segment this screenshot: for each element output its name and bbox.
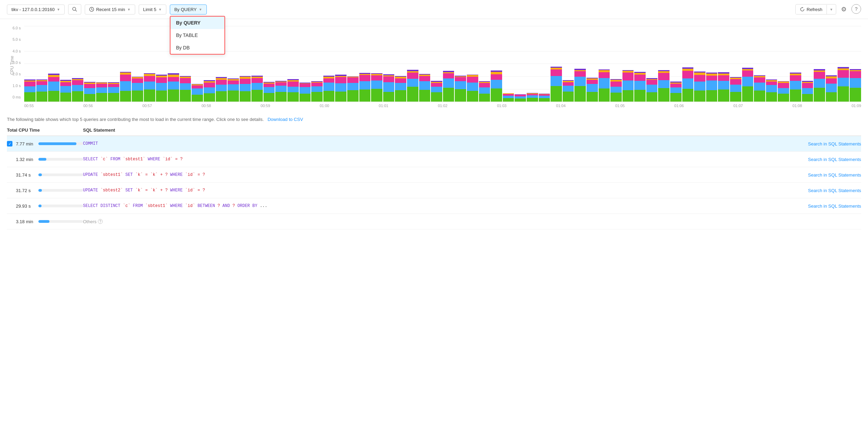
query-type-select[interactable]: By QUERY ▼ (170, 4, 207, 15)
y-tick-6: 6.0 s (12, 26, 21, 30)
bar-segment (287, 87, 299, 93)
search-link-0[interactable]: Search in SQL Statements (792, 141, 861, 146)
bar-stack (682, 67, 694, 102)
bar-stack (658, 70, 670, 102)
bar-group (48, 26, 59, 102)
sql-kw-select-1: SELECT (83, 157, 98, 162)
dropdown-item-by-query[interactable]: By QUERY (170, 17, 224, 29)
table-row[interactable]: ✓ 7.77 min COMMIT Search in SQL Statemen… (7, 136, 861, 152)
time-caret-icon: ▼ (127, 8, 131, 11)
bar-segment (264, 87, 275, 93)
bar-segment (778, 88, 789, 94)
bar-segment (599, 78, 610, 88)
server-label: tikv - 127.0.0.1:20160 (11, 7, 55, 12)
others-label: Others (83, 219, 96, 224)
download-csv-link[interactable]: Download to CSV (268, 117, 303, 122)
toolbar: tikv - 127.0.0.1:20160 ▼ Recent 15 min ▼… (0, 0, 868, 19)
settings-button[interactable]: ⚙ (840, 4, 848, 15)
bar-stack (718, 72, 729, 102)
bar-group (790, 26, 801, 102)
others-info-icon[interactable]: ? (98, 219, 103, 224)
bar-segment (299, 87, 311, 94)
table-row[interactable]: 29.93 s SELECT DISTINCT `c` FROM `sbtest… (7, 198, 861, 214)
table-row[interactable]: 1.32 min SELECT `c` FROM `sbtest1` WHERE… (7, 152, 861, 167)
bar-segment (299, 84, 311, 87)
y-axis-label: CPU Time (10, 56, 15, 75)
time-range-select[interactable]: Recent 15 min ▼ (85, 4, 135, 15)
table-row[interactable]: 31.72 s UPDATE `sbtest2` SET `k` = `k` +… (7, 183, 861, 198)
bar-segment (790, 89, 801, 102)
refresh-caret-button[interactable]: ▼ (827, 6, 836, 13)
sql-kw-from-1: FROM (110, 157, 120, 162)
server-select[interactable]: tikv - 127.0.0.1:20160 ▼ (7, 4, 65, 15)
col-sql: SQL Statement (83, 127, 792, 133)
bar-segment (539, 98, 550, 102)
bar-segment (60, 86, 72, 93)
bar-segment (156, 77, 167, 83)
search-link-4[interactable]: Search in SQL Statements (792, 203, 861, 209)
bar-segment (311, 83, 323, 86)
bar-group (814, 26, 825, 102)
table-row[interactable]: 31.74 s UPDATE `sbtest1` SET `k` = `k` +… (7, 167, 861, 183)
bar-segment (347, 83, 359, 90)
sql-col-4: `c` (123, 203, 133, 208)
chart-container: CPU Time 6.0 s 5.0 s 4.0 s 3.0 s 2.0 s 1… (0, 19, 868, 111)
bar-segment (96, 93, 108, 102)
bar-segment (610, 87, 622, 93)
col-cpu-time: Total CPU Time (7, 127, 83, 133)
bar-stack (754, 75, 765, 102)
bar-segment (826, 84, 837, 92)
sql-cell-0: COMMIT (83, 141, 792, 146)
bar-stack (132, 77, 143, 102)
bar-segment (120, 81, 131, 91)
search-link-2[interactable]: Search in SQL Statements (792, 172, 861, 178)
help-button[interactable]: ? (851, 4, 861, 14)
bar-segment (431, 92, 442, 102)
progress-bar-fill-3 (38, 189, 42, 192)
bar-segment (275, 92, 287, 102)
bar-stack (240, 76, 251, 102)
bar-group (407, 26, 418, 102)
bar-segment (646, 92, 658, 102)
bar-stack (419, 74, 431, 102)
bar-group (72, 26, 83, 102)
dropdown-item-by-db[interactable]: By DB (170, 41, 224, 54)
dropdown-item-by-table[interactable]: By TABLE (170, 29, 224, 41)
bar-stack (778, 81, 789, 102)
bar-segment (838, 78, 849, 87)
bar-segment (790, 75, 801, 81)
bar-segment (610, 93, 622, 102)
bar-segment (754, 91, 765, 102)
bar-group (587, 26, 598, 102)
help-icon: ? (855, 6, 858, 12)
bar-segment (802, 88, 813, 94)
chart-area: 00:55 00:56 00:57 00:58 00:59 01:00 01:0… (24, 26, 861, 108)
bar-segment (60, 82, 72, 86)
bar-group (670, 26, 682, 102)
search-link-3[interactable]: Search in SQL Statements (792, 188, 861, 193)
cpu-time-2: 31.74 s (16, 172, 35, 178)
bar-group (24, 26, 36, 102)
bar-segment (742, 70, 754, 77)
bar-stack (539, 94, 550, 102)
checkbox-0[interactable]: ✓ (7, 141, 12, 146)
limit-select[interactable]: Limit 5 ▼ (139, 4, 166, 15)
bar-segment (634, 75, 646, 81)
search-link-1[interactable]: Search in SQL Statements (792, 157, 861, 162)
bar-stack (766, 79, 777, 102)
bar-segment (646, 80, 658, 84)
table-row-others[interactable]: 3.18 min Others ? (7, 214, 861, 229)
bar-segment (455, 89, 466, 102)
bar-stack (311, 81, 323, 102)
bar-stack (371, 73, 382, 102)
sql-range-4: ? (218, 203, 222, 208)
checkbox-empty-1 (7, 157, 12, 162)
progress-bar-fill-1 (38, 158, 46, 161)
bar-group (754, 26, 765, 102)
refresh-button[interactable]: Refresh (796, 5, 827, 14)
checkbox-empty-4 (7, 203, 12, 209)
search-icon-btn[interactable] (68, 4, 81, 15)
cpu-time-0: 7.77 min (16, 141, 35, 146)
bar-stack (443, 71, 454, 102)
bar-segment (120, 91, 131, 102)
